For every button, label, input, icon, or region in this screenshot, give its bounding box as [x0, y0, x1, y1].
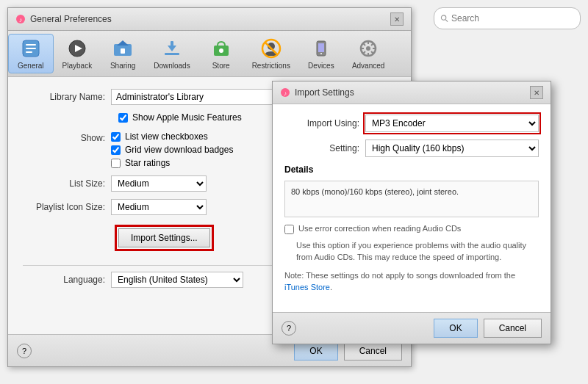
- window-title: General Preferences: [30, 14, 112, 24]
- search-icon: [440, 14, 448, 23]
- dialog-bottom: ? OK Cancel: [273, 312, 551, 344]
- error-correction-checkbox[interactable]: [284, 225, 294, 234]
- import-using-select[interactable]: MP3 Encoder AAC Encoder AIFF Encoder App…: [365, 115, 539, 132]
- dialog-title-bar: ♪ Import Settings ✕: [273, 81, 551, 104]
- details-text: 80 kbps (mono)/160 kbps (stereo), joint …: [291, 187, 459, 196]
- dialog-title: Import Settings: [295, 87, 354, 98]
- toolbar-devices[interactable]: Devices: [299, 34, 343, 73]
- list-size-label: List Size:: [23, 178, 111, 189]
- show-option-1: Grid view download badges: [111, 145, 233, 155]
- help-button[interactable]: ?: [17, 344, 32, 358]
- toolbar-playback-label: Playback: [62, 62, 93, 70]
- toolbar-general-label: General: [18, 62, 44, 70]
- svg-line-1: [445, 20, 448, 22]
- show-options: List view checkboxes Grid view download …: [111, 131, 233, 168]
- svg-line-33: [363, 51, 365, 54]
- star-ratings-label: Star ratings: [125, 158, 170, 168]
- toolbar-playback[interactable]: Playback: [54, 34, 101, 73]
- svg-point-25: [366, 46, 370, 51]
- apple-music-label: Show Apple Music Features: [132, 112, 242, 123]
- toolbar-restrictions-label: Restrictions: [252, 62, 290, 70]
- grid-view-label: Grid view download badges: [125, 145, 233, 155]
- close-button[interactable]: ✕: [390, 12, 404, 26]
- import-settings-button[interactable]: Import Settings...: [118, 228, 210, 247]
- svg-text:♪: ♪: [19, 16, 23, 23]
- dialog-content: Import Using: MP3 Encoder AAC Encoder AI…: [273, 104, 551, 312]
- show-option-2: Star ratings: [111, 158, 233, 168]
- toolbar-store-label: Store: [212, 62, 230, 70]
- import-using-label: Import Using:: [284, 118, 365, 128]
- toolbar-downloads-label: Downloads: [154, 62, 190, 70]
- show-option-0: List view checkboxes: [111, 131, 233, 142]
- svg-line-31: [371, 51, 373, 54]
- toolbar-devices-label: Devices: [308, 62, 334, 70]
- title-bar: ♪ General Preferences ✕: [8, 8, 411, 31]
- svg-rect-22: [318, 43, 324, 52]
- dialog-cancel-button[interactable]: Cancel: [484, 319, 542, 338]
- svg-point-23: [320, 53, 322, 54]
- window-icon: ♪: [15, 14, 26, 24]
- svg-point-0: [441, 15, 445, 20]
- note-content: Note: These settings do not apply to son…: [284, 271, 515, 291]
- svg-point-17: [219, 48, 223, 53]
- svg-rect-7: [26, 51, 32, 53]
- details-box: 80 kbps (mono)/160 kbps (stereo), joint …: [284, 181, 539, 217]
- search-input[interactable]: [451, 13, 574, 23]
- svg-text:♪: ♪: [284, 90, 287, 97]
- toolbar-sharing[interactable]: Sharing: [101, 34, 145, 73]
- svg-rect-6: [26, 48, 36, 49]
- playlist-icon-label: Playlist Icon Size:: [23, 202, 111, 212]
- import-settings-dialog: ♪ Import Settings ✕ Import Using: MP3 En…: [272, 81, 551, 344]
- svg-rect-12: [121, 48, 125, 54]
- library-name-label: Library Name:: [23, 92, 111, 102]
- apple-music-checkbox[interactable]: [118, 113, 128, 123]
- dialog-close-button[interactable]: ✕: [530, 86, 543, 99]
- dialog-help-button[interactable]: ?: [282, 321, 296, 336]
- error-correction-desc-container: Use this option if you experience proble…: [284, 240, 539, 263]
- svg-marker-11: [117, 40, 129, 46]
- svg-rect-13: [165, 53, 179, 55]
- list-view-checkbox[interactable]: [111, 132, 121, 142]
- search-bar[interactable]: [434, 7, 581, 29]
- toolbar-downloads[interactable]: Downloads: [145, 34, 198, 73]
- dialog-icon: ♪: [280, 87, 290, 98]
- svg-line-32: [371, 43, 373, 46]
- setting-row: Setting: High Quality (160 kbps) Higher …: [284, 140, 539, 157]
- toolbar-advanced[interactable]: Advanced: [343, 34, 393, 73]
- svg-rect-15: [171, 41, 173, 47]
- svg-line-30: [363, 43, 365, 46]
- grid-view-checkbox[interactable]: [111, 145, 121, 155]
- itunes-store-link[interactable]: iTunes Store: [284, 283, 330, 291]
- dialog-bottom-buttons: OK Cancel: [434, 319, 542, 338]
- star-ratings-checkbox[interactable]: [111, 159, 121, 168]
- error-correction-row: Use error correction when reading Audio …: [284, 223, 539, 234]
- toolbar-store[interactable]: Store: [199, 34, 243, 73]
- toolbar-advanced-label: Advanced: [352, 62, 384, 70]
- details-title: Details: [284, 164, 539, 175]
- setting-select[interactable]: High Quality (160 kbps) Higher Quality (…: [365, 140, 539, 157]
- list-view-label: List view checkboxes: [125, 131, 208, 142]
- toolbar: General Playback Sharing: [8, 31, 411, 77]
- show-label: Show:: [23, 131, 111, 143]
- playlist-icon-select[interactable]: Medium Small Large: [111, 199, 207, 215]
- setting-label: Setting:: [284, 143, 365, 153]
- toolbar-restrictions[interactable]: Restrictions: [243, 34, 299, 73]
- svg-rect-5: [26, 44, 36, 46]
- dialog-ok-button[interactable]: OK: [434, 319, 477, 338]
- note-text: Note: These settings do not apply to son…: [284, 270, 539, 293]
- toolbar-sharing-label: Sharing: [110, 62, 135, 70]
- list-size-select[interactable]: Medium Small Large: [111, 175, 207, 192]
- language-select[interactable]: English (United States): [111, 272, 243, 288]
- error-correction-label: Use error correction when reading Audio …: [298, 224, 461, 233]
- details-section: Details 80 kbps (mono)/160 kbps (stereo)…: [284, 164, 539, 217]
- import-using-row: Import Using: MP3 Encoder AAC Encoder AI…: [284, 115, 539, 132]
- language-label: Language:: [23, 275, 111, 285]
- error-correction-desc: Use this option if you experience proble…: [296, 241, 526, 261]
- toolbar-general[interactable]: General: [8, 34, 54, 73]
